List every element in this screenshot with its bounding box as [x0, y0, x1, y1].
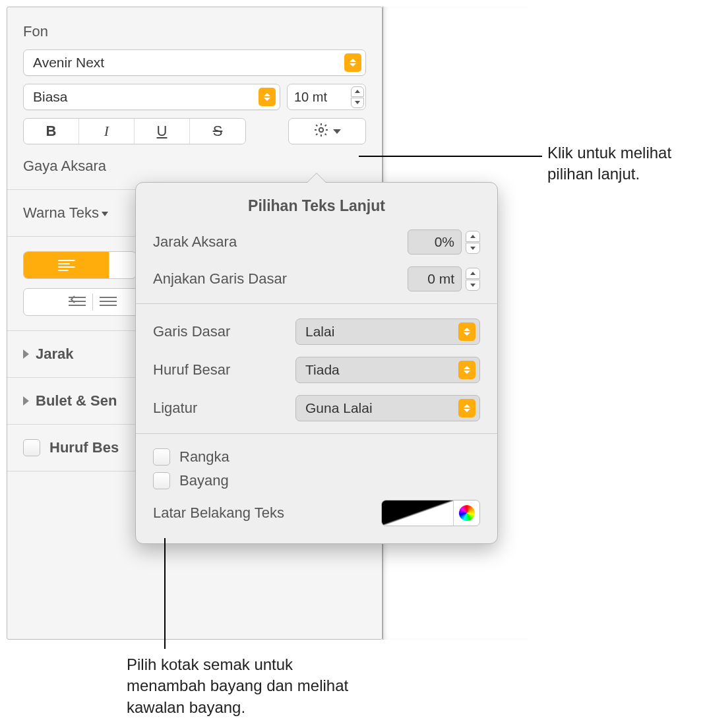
caps-label: Huruf Bes [49, 439, 119, 456]
font-section-title: Fon [23, 23, 366, 40]
baseline-shift-value[interactable]: 0 mt [408, 266, 462, 291]
baseline-dropdown[interactable]: Lalai [295, 318, 480, 345]
chevron-updown-icon [458, 399, 475, 417]
shadow-checkbox[interactable] [153, 472, 170, 489]
color-swatch-icon[interactable] [382, 501, 453, 526]
callout-gear: Klik untuk melihat pilihan lanjut. [547, 142, 699, 185]
baseline-shift-stepper[interactable] [466, 268, 480, 291]
chevron-right-icon [23, 349, 29, 359]
stepper-up-icon[interactable] [466, 231, 480, 242]
strikethrough-button[interactable]: S [190, 119, 245, 144]
align-left-button[interactable] [24, 252, 109, 278]
indent-decrease-icon [69, 295, 86, 309]
stepper-down-icon[interactable] [351, 98, 364, 108]
advanced-options-button[interactable] [288, 118, 366, 144]
char-style-label: Gaya Aksara [23, 158, 366, 175]
baseline-label: Garis Dasar [153, 323, 230, 340]
color-wheel-button[interactable] [453, 500, 479, 526]
callout-line [164, 538, 166, 649]
shadow-label: Bayang [179, 472, 229, 489]
chevron-updown-icon [344, 53, 361, 72]
baseline-shift-label: Anjakan Garis Dasar [153, 270, 287, 288]
ligature-dropdown[interactable]: Guna Lalai [295, 395, 480, 421]
caps-dropdown[interactable]: Tiada [295, 357, 480, 383]
chevron-updown-icon [458, 322, 475, 341]
caps-value: Tiada [305, 362, 340, 378]
callout-shadow: Pilih kotak semak untuk menambah bayang … [127, 654, 351, 718]
bullets-label: Bulet & Sen [36, 392, 117, 410]
font-style-dropdown[interactable]: Biasa [23, 84, 280, 110]
checkbox[interactable] [153, 448, 170, 466]
char-spacing-field[interactable]: 0% [408, 229, 480, 255]
shadow-checkbox-row[interactable]: Bayang [153, 472, 480, 489]
italic-button[interactable]: I [79, 119, 135, 144]
font-size-stepper[interactable] [351, 86, 364, 108]
chevron-updown-icon [259, 88, 276, 106]
callout-line [359, 156, 542, 157]
baseline-shift-field[interactable]: 0 mt [408, 266, 480, 291]
textbg-label: Latar Belakang Teks [153, 504, 284, 522]
outline-label: Rangka [179, 448, 230, 466]
outline-checkbox-row[interactable]: Rangka [153, 448, 480, 466]
bold-button[interactable]: B [24, 119, 79, 144]
stepper-up-icon[interactable] [466, 268, 480, 279]
spacing-label: Jarak [36, 346, 74, 363]
baseline-value: Lalai [305, 324, 334, 340]
indent-increase-icon [100, 295, 117, 309]
color-wheel-icon [459, 505, 475, 521]
font-family-value: Avenir Next [33, 55, 104, 71]
advanced-text-popover: Pilihan Teks Lanjut Jarak Aksara 0% Anja… [135, 182, 498, 544]
text-bg-color-well[interactable] [381, 500, 480, 526]
char-spacing-stepper[interactable] [466, 231, 480, 254]
popover-title: Pilihan Teks Lanjut [153, 197, 480, 215]
ligature-label: Ligatur [153, 400, 197, 417]
divider [136, 433, 497, 434]
chevron-down-icon [102, 212, 108, 216]
divider [136, 303, 497, 304]
stepper-down-icon[interactable] [466, 243, 480, 254]
font-size-value: 10 mt [294, 90, 348, 105]
underline-button[interactable]: U [135, 119, 190, 144]
char-spacing-label: Jarak Aksara [153, 233, 237, 251]
caps-pop-label: Huruf Besar [153, 361, 230, 379]
alignment-segment [23, 251, 137, 279]
checkbox[interactable] [23, 439, 40, 456]
font-style-value: Biasa [33, 89, 68, 105]
font-style-segment: B I U S [23, 118, 246, 144]
chevron-right-icon [23, 396, 29, 406]
chevron-updown-icon [458, 361, 475, 379]
ligature-value: Guna Lalai [305, 400, 373, 416]
gear-icon [313, 122, 329, 140]
align-center-button[interactable] [109, 252, 136, 278]
stepper-down-icon[interactable] [466, 280, 480, 291]
stepper-up-icon[interactable] [351, 86, 364, 97]
svg-point-0 [319, 128, 323, 132]
char-spacing-value[interactable]: 0% [408, 229, 462, 255]
chevron-down-icon [333, 129, 341, 134]
font-size-field[interactable]: 10 mt [287, 84, 366, 110]
font-family-dropdown[interactable]: Avenir Next [23, 49, 366, 76]
